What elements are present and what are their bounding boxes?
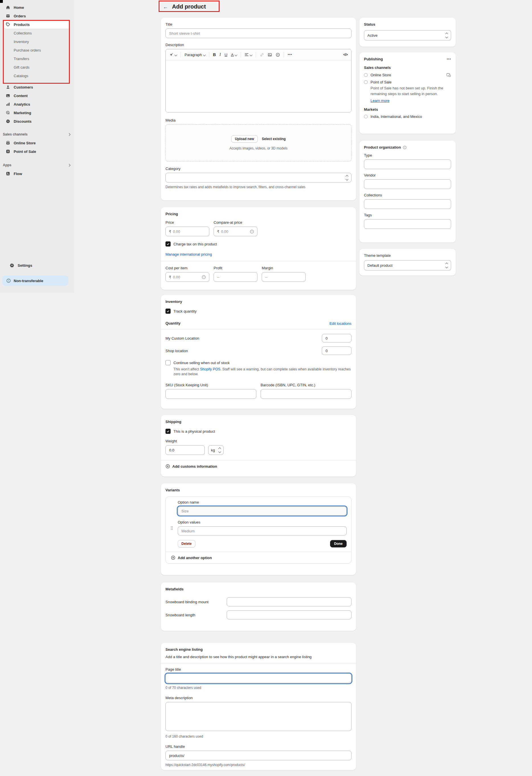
tags-input[interactable] <box>364 219 451 229</box>
markets-radio[interactable] <box>364 115 368 119</box>
metafield-row: Snowboard binding mount <box>165 597 351 606</box>
metafield-input[interactable] <box>227 597 351 606</box>
underline-button[interactable]: U <box>225 53 227 57</box>
status-value: Active <box>367 33 377 38</box>
title-input[interactable] <box>165 28 351 38</box>
sidebar-item-label: Content <box>14 93 28 98</box>
add-customs-information-button[interactable]: Add customs information <box>165 464 351 468</box>
publishing-menu-button[interactable]: ••• <box>447 57 451 61</box>
sidebar-item-point-of-sale[interactable]: S Point of Sale <box>4 147 70 156</box>
publishing-heading: Publishing <box>364 57 383 61</box>
compare-at-price-input[interactable]: ₹ 0.00 ? <box>214 227 257 236</box>
sidebar-section-sales-channels[interactable]: Sales channels <box>3 130 70 139</box>
channel-row-point-of-sale: Point of Sale <box>364 80 451 84</box>
collections-input[interactable] <box>364 199 451 209</box>
online-store-radio[interactable] <box>364 73 368 77</box>
vendor-input[interactable] <box>364 179 451 189</box>
sidebar-item-inventory[interactable]: Inventory <box>4 37 70 46</box>
status-select[interactable]: Active <box>364 30 451 40</box>
shopify-pos-link[interactable]: Shopify POS <box>200 367 220 371</box>
done-option-button[interactable]: Done <box>330 540 347 547</box>
sidebar-item-products[interactable]: Products <box>4 20 70 29</box>
sidebar-item-marketing[interactable]: Marketing <box>4 109 70 117</box>
sidebar-item-analytics[interactable]: Analytics <box>4 100 70 109</box>
option-values-label: Option values <box>178 520 347 525</box>
weight-unit-select[interactable]: kg <box>208 445 223 455</box>
location-quantity-input[interactable] <box>322 347 351 355</box>
category-label: Category <box>165 167 351 171</box>
weight-input[interactable] <box>165 445 205 455</box>
metafield-input[interactable] <box>227 610 351 619</box>
point-of-sale-radio[interactable] <box>364 80 368 84</box>
sidebar-item-flow[interactable]: Flow <box>4 169 70 178</box>
type-input[interactable] <box>364 159 451 169</box>
toolbar-more-button[interactable]: ••• <box>288 53 292 57</box>
insert-link-button[interactable] <box>260 53 264 57</box>
physical-product-checkbox[interactable] <box>165 429 171 434</box>
charge-tax-checkbox[interactable] <box>165 241 171 246</box>
alignment-dropdown[interactable] <box>245 53 252 56</box>
charge-tax-label: Charge tax on this product <box>173 242 217 246</box>
channel-row-online-store: Online Store <box>364 72 451 77</box>
sku-input[interactable] <box>165 389 256 399</box>
italic-button[interactable]: I <box>219 52 221 57</box>
sidebar-item-orders[interactable]: Orders <box>4 12 70 20</box>
seo-heading: Search engine listing <box>165 647 351 652</box>
cost-placeholder: 0.00 <box>173 275 180 279</box>
insert-video-button[interactable] <box>276 53 280 57</box>
add-another-option-button[interactable]: Add another option <box>170 555 347 560</box>
sidebar-item-purchase-orders[interactable]: Purchase orders <box>4 46 70 54</box>
theme-template-select[interactable]: Default product <box>364 260 451 270</box>
sidebar-item-content[interactable]: Content <box>4 91 70 100</box>
sidebar-item-collections[interactable]: Collections <box>4 29 70 37</box>
upload-new-button[interactable]: Upload new <box>231 135 258 143</box>
meta-description-input[interactable] <box>165 702 351 731</box>
info-icon[interactable] <box>403 146 407 150</box>
help-icon[interactable]: ? <box>250 229 254 234</box>
profit-input[interactable]: -- <box>214 272 257 282</box>
price-input[interactable]: ₹ 0.00 <box>165 227 209 236</box>
media-dropzone[interactable]: Upload new Select existing Accepts image… <box>165 125 351 161</box>
pricing-heading: Pricing <box>165 212 351 216</box>
manage-international-pricing-link[interactable]: Manage international pricing <box>165 252 212 256</box>
back-button[interactable]: ← <box>161 3 170 11</box>
delete-option-button[interactable]: Delete <box>178 540 195 547</box>
cost-per-item-input[interactable]: ₹ 0.00 ? <box>165 272 209 282</box>
drag-handle[interactable] <box>170 500 178 547</box>
sidebar-item-gift-cards[interactable]: Gift cards <box>4 63 70 71</box>
help-icon[interactable]: ? <box>202 275 206 279</box>
schedule-publish-icon[interactable] <box>446 72 451 77</box>
option-name-input[interactable] <box>178 507 347 516</box>
bold-button[interactable]: B <box>213 52 216 57</box>
url-handle-input[interactable] <box>165 751 351 760</box>
option-value-input[interactable] <box>178 526 347 536</box>
continue-selling-checkbox[interactable] <box>165 360 171 365</box>
sidebar-item-home[interactable]: Home <box>4 3 70 12</box>
ai-sparkle-button[interactable] <box>169 53 177 57</box>
insert-image-button[interactable] <box>268 53 272 57</box>
sidebar-item-transfers[interactable]: Transfers <box>4 54 70 63</box>
margin-input[interactable]: -- <box>262 272 306 282</box>
select-existing-button[interactable]: Select existing <box>262 137 286 141</box>
svg-text:?: ? <box>251 230 252 233</box>
edit-locations-link[interactable]: Edit locations <box>330 322 351 326</box>
text-color-dropdown[interactable]: A <box>231 53 237 57</box>
variants-card: Variants Option name Option values Delet… <box>161 483 356 575</box>
track-quantity-checkbox[interactable] <box>165 309 171 314</box>
location-quantity-input[interactable] <box>322 334 351 343</box>
paragraph-style-dropdown[interactable]: Paragraph <box>185 53 205 57</box>
page-title-input[interactable] <box>165 673 351 683</box>
category-select[interactable] <box>165 173 351 182</box>
show-html-button[interactable]: </> <box>343 53 348 57</box>
sidebar-section-apps[interactable]: Apps <box>3 161 70 169</box>
description-textarea[interactable] <box>166 60 351 112</box>
learn-more-link[interactable]: Learn more <box>370 99 389 103</box>
sidebar-item-discounts[interactable]: Discounts <box>4 117 70 126</box>
inventory-card: Inventory Track quantity Quantity Edit l… <box>161 295 356 409</box>
sidebar-item-catalogs[interactable]: Catalogs <box>4 71 70 80</box>
sidebar-item-settings[interactable]: Settings <box>8 261 66 269</box>
sidebar-item-online-store[interactable]: Online Store <box>4 139 70 147</box>
barcode-input[interactable] <box>260 389 351 399</box>
plan-notice-banner[interactable]: Non-transferable <box>2 275 68 286</box>
sidebar-item-customers[interactable]: Customers <box>4 83 70 91</box>
